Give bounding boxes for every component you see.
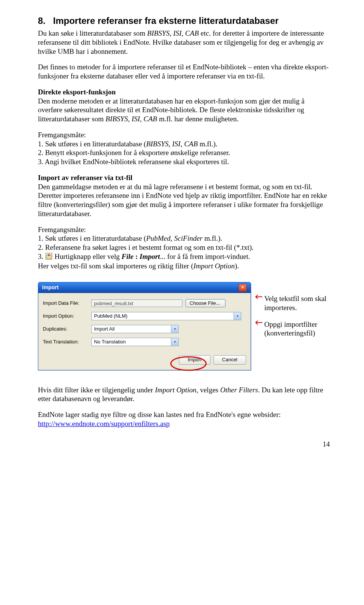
translation-select[interactable]: No Translation <box>91 338 179 346</box>
procedure-2-step3: 3. Hurtigknapp eller velg File : Import.… <box>38 252 330 262</box>
closing-paragraph-2: EndNote lager stadig nye filtre og disse… <box>38 410 330 419</box>
cancel-button[interactable]: Cancel <box>213 355 246 364</box>
intro-paragraph-1: Du kan søke i litteraturdatabaser som BI… <box>38 29 330 56</box>
closing-link: http://www.endnote.com/support/enfilters… <box>38 419 330 428</box>
annotation-choose-file: Velg tekstfil som skal importeres. <box>264 294 330 312</box>
closing-paragraph-1: Hvis ditt filter ikke er tilgjengelig un… <box>38 386 330 404</box>
import-dialog-figure: Import × Import Data File: pubmed_result… <box>38 282 330 370</box>
label-import-option: Import Option: <box>43 313 91 319</box>
chevron-down-icon[interactable]: ▾ <box>171 325 178 333</box>
txt-import-paragraph: Import av referanser via txt-fil Den gam… <box>38 173 330 218</box>
label-duplicates: Duplicates: <box>43 326 91 332</box>
txt-import-title: Import av referanser via txt-fil <box>38 174 132 182</box>
section-heading: 8. Importere referanser fra eksterne lit… <box>38 15 330 27</box>
dialog-title: Import <box>42 284 59 291</box>
import-file-field[interactable]: pubmed_result.txt <box>91 299 182 307</box>
figure-annotations: Velg tekstfil som skal importeres. Oppgi… <box>255 282 330 345</box>
page-number: 14 <box>38 440 330 449</box>
heading-number: 8. <box>38 16 46 26</box>
highlight-circle <box>170 356 207 371</box>
chevron-down-icon[interactable]: ▾ <box>171 338 178 346</box>
procedure-2: Fremgangsmåte: 1. Søk utføres i en litte… <box>38 225 330 252</box>
close-icon[interactable]: × <box>238 284 247 292</box>
annotation-import-option: Oppgi importfilter (konverteringsfil) <box>264 320 330 338</box>
import-dialog: Import × Import Data File: pubmed_result… <box>38 282 251 370</box>
label-import-file: Import Data File: <box>43 300 91 306</box>
label-translation: Text Translation: <box>43 339 91 345</box>
chevron-down-icon[interactable]: ▾ <box>234 312 241 320</box>
arrow-left-icon <box>255 320 263 325</box>
import-option-select[interactable]: PubMed (NLM) <box>91 312 241 320</box>
import-quickbutton-icon <box>46 253 52 262</box>
arrow-left-icon <box>255 294 263 299</box>
endnote-filters-link[interactable]: http://www.endnote.com/support/enfilters… <box>38 420 170 428</box>
direct-export-title: Direkte eksport-funksjon <box>38 88 116 96</box>
direct-export-paragraph: Direkte eksport-funksjon Den moderne met… <box>38 88 330 124</box>
dialog-title-bar: Import × <box>38 282 251 293</box>
heading-text: Importere referanser fra eksterne litter… <box>53 16 279 26</box>
duplicates-select[interactable]: Import All <box>91 325 179 333</box>
procedure-2-step4: Her velges txt-fil som skal importeres o… <box>38 262 330 271</box>
procedure-1: Fremgangsmåte: 1. Søk utføres i en litte… <box>38 130 330 166</box>
intro-paragraph-2: Det finnes to metoder for å importere re… <box>38 63 330 81</box>
choose-file-button[interactable]: Choose File... <box>185 299 226 307</box>
